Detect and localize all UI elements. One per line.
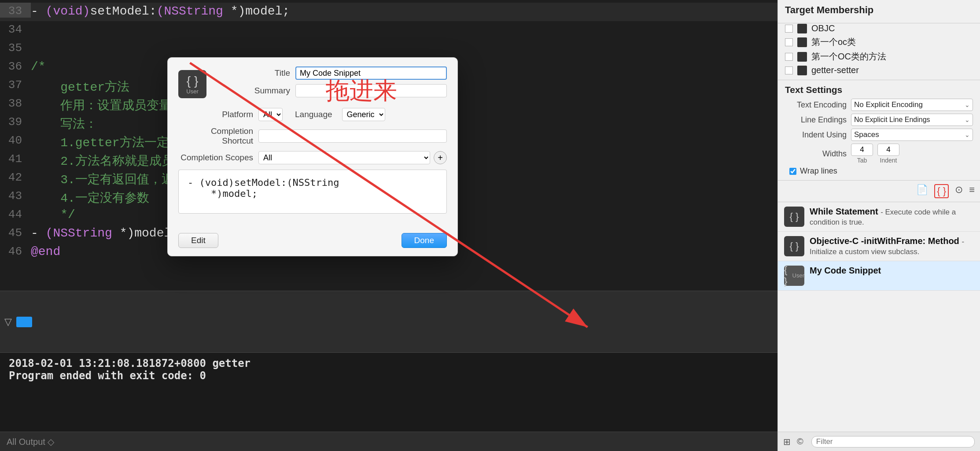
my-code-snippet[interactable]: { } User My Code Snippet <box>778 261 980 291</box>
code-line: 35 <box>0 40 777 58</box>
membership-icon-2 <box>797 52 807 62</box>
add-scope-button[interactable]: + <box>434 151 447 164</box>
console-line: Program ended with exit code: 0 <box>9 370 769 382</box>
tab-label: Tab <box>857 157 867 164</box>
wrap-lines-label: Wrap lines <box>800 166 837 176</box>
file-icon[interactable]: 📄 <box>916 184 928 198</box>
console-bottom-bar: All Output ◇ <box>0 432 777 451</box>
membership-list: OBJC 第一个oc类 第一个OC类的方法 getter-setter <box>778 23 980 80</box>
all-output-label: All Output ◇ <box>7 436 54 447</box>
objc-init-snippet[interactable]: { } Objective-C -initWithFrame: Method -… <box>778 232 980 261</box>
indent-width-input[interactable] <box>877 144 899 156</box>
indent-using-label: Indent Using <box>785 130 847 140</box>
line-endings-select[interactable]: No Explicit Line Endings ⌄ <box>851 114 973 126</box>
code-snippet-dialog: { } User Title Summary <box>167 57 458 256</box>
line-endings-label: Line Endings <box>785 115 847 125</box>
platform-select[interactable]: All <box>258 108 283 121</box>
membership-icon-1 <box>797 37 807 47</box>
membership-checkbox-2[interactable] <box>785 53 793 61</box>
membership-label-1: 第一个oc类 <box>811 36 856 48</box>
done-button[interactable]: Done <box>402 233 447 248</box>
membership-item: 第一个OC类的方法 <box>785 51 973 63</box>
list-icon[interactable]: ≡ <box>969 184 975 198</box>
objc-snippet-title: Objective-C -initWithFrame: Method - Ini… <box>810 236 964 256</box>
completion-shortcut-label: Completion Shortcut <box>178 126 253 146</box>
while-snippet-icon: { } <box>784 207 804 227</box>
language-label: Language <box>295 110 332 119</box>
editor-bottom-bar: ▽ <box>0 291 777 352</box>
tab-width-input[interactable] <box>851 144 873 156</box>
text-encoding-select[interactable]: No Explicit Encoding ⌄ <box>851 99 973 111</box>
snippet-toolbar: 📄 { } ⊙ ≡ <box>778 181 980 202</box>
filter-input[interactable] <box>811 436 975 447</box>
snippet-list: { } While Statement - Execute code while… <box>778 202 980 432</box>
summary-input[interactable] <box>295 84 447 97</box>
membership-icon-objc <box>797 24 807 33</box>
text-settings-title: Text Settings <box>785 85 973 95</box>
circle-icon[interactable]: ⊙ <box>955 184 963 198</box>
membership-item: getter-setter <box>785 65 973 75</box>
my-snippet-icon: { } User <box>784 266 804 286</box>
title-input[interactable] <box>295 67 447 80</box>
my-snippet-title: My Code Snippet <box>810 266 881 275</box>
copyright-icon[interactable]: © <box>797 436 803 447</box>
membership-item: 第一个oc类 <box>785 36 973 48</box>
bottom-arrow-icon: ▽ <box>4 316 12 328</box>
right-panel: Target Membership OBJC 第一个oc类 第一个OC类的方法 <box>777 0 980 451</box>
console-line: 2018-02-01 13:21:08.181872+0800 getter <box>9 357 769 370</box>
indent-chevron-icon: ⌄ <box>965 131 970 138</box>
indent-using-select[interactable]: Spaces ⌄ <box>851 129 973 141</box>
text-encoding-label: Text Encoding <box>785 100 847 110</box>
indent-col-label: Indent <box>880 157 897 164</box>
code-line: 34 <box>0 21 777 40</box>
platform-label: Platform <box>178 110 253 119</box>
text-settings-section: Text Settings Text Encoding No Explicit … <box>778 80 980 181</box>
membership-checkbox-3[interactable] <box>785 67 793 74</box>
target-membership-header: Target Membership <box>778 0 980 23</box>
completion-scopes-select[interactable]: All <box>258 151 430 164</box>
language-select[interactable]: Generic <box>342 108 385 121</box>
membership-label-3: getter-setter <box>811 65 859 75</box>
objc-snippet-icon: { } <box>784 236 804 256</box>
widths-label: Widths <box>785 149 847 159</box>
completion-shortcut-input[interactable] <box>258 129 447 143</box>
wrap-lines-checkbox[interactable] <box>789 168 796 175</box>
membership-item: OBJC <box>785 23 973 33</box>
while-snippet-title: While Statement - Execute code while a c… <box>810 207 956 226</box>
membership-checkbox-1[interactable] <box>785 38 793 46</box>
code-snippet-content: - (void)setModel:(NSString *)model; <box>178 170 447 214</box>
debug-indicator <box>16 317 32 327</box>
line-endings-chevron-icon: ⌄ <box>965 116 970 123</box>
membership-label-2: 第一个OC类的方法 <box>811 51 886 63</box>
target-membership-title: Target Membership <box>785 4 973 16</box>
user-label: User <box>186 88 198 95</box>
membership-checkbox-objc[interactable] <box>785 25 793 33</box>
my-snippet-user-label: User <box>792 273 804 279</box>
completion-scopes-label: Completion Scopes <box>178 153 253 163</box>
grid-icon[interactable]: ⊞ <box>783 436 791 447</box>
title-label: Title <box>215 68 290 78</box>
membership-icon-3 <box>797 66 807 75</box>
console-output: 2018-02-01 13:21:08.181872+0800 getter P… <box>0 352 777 432</box>
membership-label-objc: OBJC <box>811 23 835 33</box>
summary-label: Summary <box>215 86 290 96</box>
encoding-chevron-icon: ⌄ <box>965 101 970 108</box>
edit-button[interactable]: Edit <box>178 233 218 248</box>
curly-brace-icon-selected[interactable]: { } <box>934 184 949 198</box>
while-statement-snippet[interactable]: { } While Statement - Execute code while… <box>778 202 980 232</box>
code-line: 33- (void)setModel:(NSString *)model; <box>0 3 777 21</box>
filter-bar: ⊞ © <box>778 432 980 451</box>
snippet-dialog-icon: { } User <box>178 70 206 98</box>
